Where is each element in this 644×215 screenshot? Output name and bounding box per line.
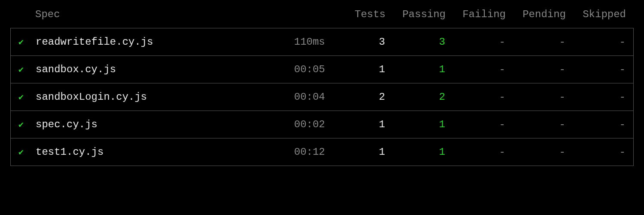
spec-name: spec.cy.js <box>36 119 261 130</box>
failing-count: - <box>445 146 505 158</box>
duration: 00:05 <box>261 64 325 75</box>
spec-name: sandbox.cy.js <box>36 64 261 75</box>
status-cell: ✔ <box>18 146 36 158</box>
header-failing: Failing <box>446 9 506 20</box>
check-icon: ✔ <box>18 37 24 47</box>
tests-count: 1 <box>325 119 385 130</box>
failing-count: - <box>445 64 505 75</box>
failing-count: - <box>445 91 505 103</box>
header-passing: Passing <box>386 9 446 20</box>
tests-count: 1 <box>325 64 385 75</box>
duration: 00:04 <box>261 91 325 103</box>
skipped-count: - <box>565 146 626 158</box>
check-icon: ✔ <box>18 92 24 102</box>
skipped-count: - <box>565 36 626 48</box>
spec-name: test1.cy.js <box>36 146 261 158</box>
passing-count: 2 <box>385 91 445 103</box>
failing-count: - <box>445 36 505 48</box>
duration: 110ms <box>261 36 325 48</box>
header-spec: Spec <box>35 9 261 20</box>
table-row: ✔readwritefile.cy.js110ms33--- <box>11 28 633 56</box>
passing-count: 3 <box>385 36 445 48</box>
header-skipped: Skipped <box>566 9 626 20</box>
table-row: ✔sandboxLogin.cy.js00:0422--- <box>11 83 633 111</box>
table-row: ✔test1.cy.js00:1211--- <box>11 138 633 166</box>
status-cell: ✔ <box>18 119 36 130</box>
status-cell: ✔ <box>18 91 36 103</box>
passing-count: 1 <box>385 64 445 75</box>
status-cell: ✔ <box>18 36 36 48</box>
passing-count: 1 <box>385 146 445 158</box>
check-icon: ✔ <box>18 120 24 130</box>
header-tests: Tests <box>325 9 386 20</box>
pending-count: - <box>505 36 565 48</box>
skipped-count: - <box>565 64 626 75</box>
spec-name: sandboxLogin.cy.js <box>36 91 261 103</box>
check-icon: ✔ <box>18 147 24 157</box>
pending-count: - <box>505 91 565 103</box>
passing-count: 1 <box>385 119 445 130</box>
tests-count: 3 <box>325 36 385 48</box>
skipped-count: - <box>565 119 626 130</box>
spec-name: readwritefile.cy.js <box>36 36 261 48</box>
tests-count: 2 <box>325 91 385 103</box>
skipped-count: - <box>565 91 626 103</box>
pending-count: - <box>505 146 565 158</box>
table-row: ✔sandbox.cy.js00:0511--- <box>11 56 633 83</box>
status-cell: ✔ <box>18 64 36 75</box>
spec-results-table: ✔readwritefile.cy.js110ms33---✔sandbox.c… <box>10 28 634 166</box>
duration: 00:12 <box>261 146 325 158</box>
header-pending: Pending <box>506 9 566 20</box>
pending-count: - <box>505 119 565 130</box>
tests-count: 1 <box>325 146 385 158</box>
failing-count: - <box>445 119 505 130</box>
table-header-row: Spec Tests Passing Failing Pending Skipp… <box>10 0 634 28</box>
table-row: ✔spec.cy.js00:0211--- <box>11 111 633 138</box>
check-icon: ✔ <box>18 65 24 75</box>
pending-count: - <box>505 64 565 75</box>
duration: 00:02 <box>261 119 325 130</box>
